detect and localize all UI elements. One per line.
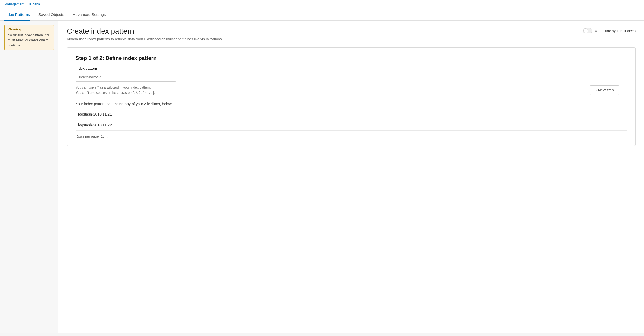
warning-message: No default index pattern. You must selec… xyxy=(8,33,50,48)
close-icon[interactable]: ✕ xyxy=(594,29,597,33)
chevron-right-icon: › xyxy=(595,88,597,92)
page-header: Create index pattern Kibana uses index p… xyxy=(67,27,636,47)
rows-per-page[interactable]: Rows per page: 10 ⌄ xyxy=(76,134,627,138)
tab-saved-objects[interactable]: Saved Objects xyxy=(38,8,64,21)
breadcrumb-kibana[interactable]: Kibana xyxy=(29,2,40,6)
warning-box: Warning No default index pattern. You mu… xyxy=(4,25,54,50)
tab-bar: Index Patterns Saved Objects Advanced Se… xyxy=(0,8,644,21)
main-layout: Warning No default index pattern. You mu… xyxy=(0,21,644,333)
step-title: Step 1 of 2: Define index pattern xyxy=(76,55,627,61)
match-text-prefix: Your index pattern can match any of your xyxy=(76,102,144,106)
content-area: Create index pattern Kibana uses index p… xyxy=(58,21,644,333)
table-row: logstash-2018.11.21 xyxy=(76,109,627,120)
index-pattern-input[interactable] xyxy=(76,73,176,82)
include-system-toggle-area: ✕ Include system indices xyxy=(583,28,636,33)
sidebar: Warning No default index pattern. You mu… xyxy=(0,21,58,333)
next-btn-area: You can use a * as a wildcard in your in… xyxy=(76,85,627,95)
breadcrumb: Management / Kibana xyxy=(0,0,644,8)
include-system-label: Include system indices xyxy=(599,29,636,33)
table-row: logstash-2018.11.22 xyxy=(76,120,627,131)
header-text: Create index pattern Kibana uses index p… xyxy=(67,27,636,47)
match-text: Your index pattern can match any of your… xyxy=(76,102,627,106)
indices-table: logstash-2018.11.21 logstash-2018.11.22 xyxy=(76,109,627,131)
page-subtitle: Kibana uses index patterns to retrieve d… xyxy=(67,37,636,41)
index-name-1: logstash-2018.11.21 xyxy=(76,109,627,120)
index-pattern-label: Index pattern xyxy=(76,67,627,70)
match-text-suffix: , below. xyxy=(160,102,173,106)
index-name-2: logstash-2018.11.22 xyxy=(76,120,627,131)
match-count: 2 indices xyxy=(144,102,160,106)
create-index-pattern-card: Step 1 of 2: Define index pattern Index … xyxy=(67,47,636,146)
warning-title: Warning xyxy=(8,27,50,31)
help-text: You can use a * as a wildcard in your in… xyxy=(76,85,627,95)
chevron-down-icon: ⌄ xyxy=(106,135,108,138)
tab-index-patterns[interactable]: Index Patterns xyxy=(4,8,30,21)
rows-per-page-label: Rows per page: xyxy=(76,134,100,138)
include-system-toggle[interactable] xyxy=(583,28,592,33)
tab-advanced-settings[interactable]: Advanced Settings xyxy=(73,8,106,21)
breadcrumb-management[interactable]: Management xyxy=(4,2,24,6)
breadcrumb-separator: / xyxy=(27,2,28,6)
help-line1: You can use a * as a wildcard in your in… xyxy=(76,86,151,89)
next-step-button[interactable]: › Next step xyxy=(590,85,619,95)
page-title: Create index pattern xyxy=(67,27,636,36)
rows-per-page-value: 10 xyxy=(101,134,104,138)
help-line2: You can't use spaces or the characters \… xyxy=(76,91,155,95)
next-step-label: Next step xyxy=(598,88,614,92)
